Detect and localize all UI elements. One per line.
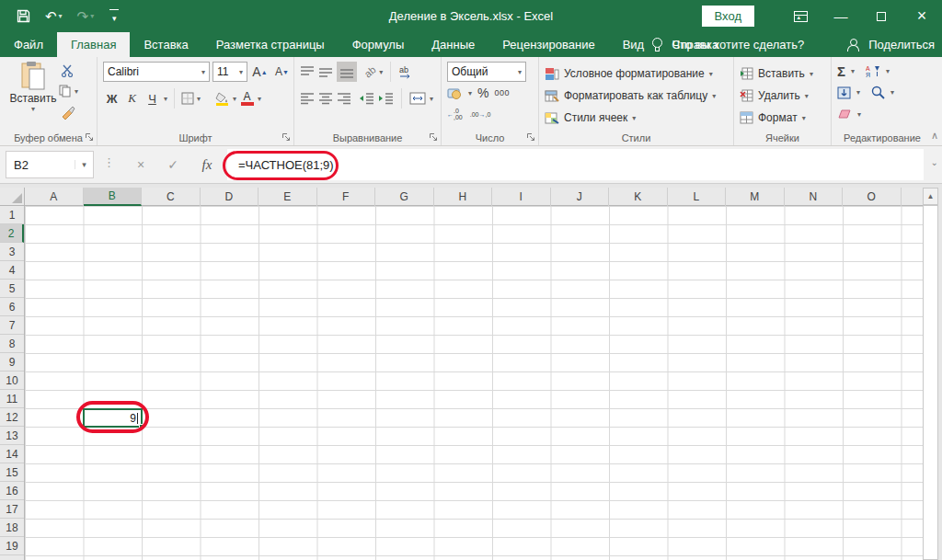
tab-file[interactable]: Файл — [0, 32, 57, 57]
row-header-2[interactable]: 2 — [0, 224, 24, 243]
tab-data[interactable]: Данные — [418, 32, 488, 57]
row-header-1[interactable]: 1 — [0, 206, 24, 224]
align-bottom-button[interactable] — [337, 62, 357, 82]
column-header-K[interactable]: K — [609, 188, 668, 206]
row-header-10[interactable]: 10 — [0, 371, 24, 390]
insert-cells-button[interactable]: Вставить▾ — [740, 63, 813, 84]
cell-styles-button[interactable]: Стили ячеек▾ — [545, 108, 636, 128]
column-header-A[interactable]: A — [25, 188, 84, 206]
wrap-text-button[interactable]: ab — [398, 65, 415, 79]
underline-button[interactable]: Ч — [144, 89, 161, 109]
find-select-dropdown[interactable]: ▾ — [890, 88, 894, 97]
fill-dropdown[interactable]: ▾ — [856, 88, 860, 97]
accounting-format-button[interactable] — [447, 86, 463, 100]
row-header-11[interactable]: 11 — [0, 390, 24, 408]
save-icon[interactable] — [17, 9, 30, 23]
number-format-combo[interactable]: Общий▾ — [447, 62, 526, 82]
fill-color-button[interactable] — [215, 91, 230, 106]
fill-color-dropdown[interactable]: ▾ — [233, 95, 236, 103]
maximize-button[interactable] — [861, 0, 902, 32]
align-right-button[interactable] — [337, 92, 351, 105]
find-select-button[interactable] — [871, 86, 885, 99]
cut-button[interactable] — [61, 64, 75, 77]
row-header-3[interactable]: 3 — [0, 243, 24, 261]
column-header-M[interactable]: M — [726, 188, 785, 206]
align-left-button[interactable] — [300, 92, 315, 105]
tab-page-layout[interactable]: Разметка страницы — [202, 32, 339, 57]
tab-home[interactable]: Главная — [57, 32, 130, 57]
cell-area[interactable] — [25, 206, 923, 560]
customize-qat-icon[interactable]: ▾ — [109, 8, 120, 24]
italic-button[interactable]: К — [123, 89, 141, 109]
underline-dropdown[interactable]: ▾ — [164, 95, 167, 103]
row-header-16[interactable]: 16 — [0, 482, 24, 500]
percent-style-button[interactable]: % — [477, 86, 488, 100]
decrease-indent-button[interactable] — [359, 92, 374, 105]
name-box[interactable]: B2 ▾ — [6, 151, 94, 178]
borders-button[interactable] — [181, 92, 194, 105]
sort-filter-dropdown[interactable]: ▾ — [886, 67, 890, 75]
format-cells-button[interactable]: Формат▾ — [740, 108, 806, 128]
minimize-button[interactable]: — — [821, 0, 861, 32]
row-header-15[interactable]: 15 — [0, 463, 24, 482]
insert-function-button[interactable]: fx — [195, 154, 219, 176]
collapse-ribbon-icon[interactable]: ∧ — [931, 130, 938, 142]
align-top-button[interactable] — [300, 65, 315, 78]
align-center-button[interactable] — [318, 92, 333, 105]
column-header-L[interactable]: L — [668, 188, 727, 206]
fill-button[interactable] — [837, 86, 851, 99]
row-header-18[interactable]: 18 — [0, 519, 24, 537]
scrollbar-thumb[interactable] — [923, 205, 938, 560]
enter-icon[interactable]: ✓ — [161, 154, 185, 176]
vertical-scrollbar[interactable]: ▲ — [923, 188, 938, 560]
column-header-J[interactable]: J — [551, 188, 610, 206]
row-header-14[interactable]: 14 — [0, 445, 24, 463]
expand-formula-bar-icon[interactable]: ⌄ — [931, 157, 938, 167]
paste-button[interactable]: Вставить ▾ — [9, 61, 57, 113]
format-as-table-button[interactable]: Форматировать как таблицу▾ — [545, 86, 716, 106]
row-header-9[interactable]: 9 — [0, 353, 24, 371]
column-header-G[interactable]: G — [375, 188, 434, 206]
close-button[interactable]: × — [902, 0, 942, 32]
tab-review[interactable]: Рецензирование — [488, 32, 608, 57]
number-dialog-launcher-icon[interactable] — [526, 132, 536, 143]
cancel-icon[interactable]: × — [129, 154, 153, 176]
borders-dropdown[interactable]: ▾ — [197, 95, 201, 103]
redo-button[interactable]: ↷▾ — [77, 8, 95, 25]
row-header-12[interactable]: 12 — [0, 408, 24, 427]
font-name-combo[interactable]: Calibri▾ — [103, 62, 210, 82]
tab-insert[interactable]: Вставка — [130, 32, 201, 57]
row-header-6[interactable]: 6 — [0, 298, 24, 316]
row-header-13[interactable]: 13 — [0, 427, 24, 445]
row-header-7[interactable]: 7 — [0, 316, 24, 335]
select-all-corner[interactable] — [0, 188, 25, 206]
copy-button[interactable]: ▾ — [59, 85, 78, 97]
orientation-dropdown[interactable]: ▾ — [379, 68, 383, 76]
row-header-20[interactable]: 20 — [0, 555, 24, 560]
column-header-C[interactable]: C — [142, 188, 201, 206]
column-header-B[interactable]: B — [84, 188, 143, 206]
delete-cells-button[interactable]: Удалить▾ — [740, 86, 809, 106]
ribbon-display-options-icon[interactable] — [780, 0, 821, 32]
clear-button[interactable] — [837, 109, 852, 120]
alignment-dialog-launcher-icon[interactable] — [429, 132, 439, 143]
autosum-dropdown[interactable]: ▾ — [851, 67, 855, 75]
increase-indent-button[interactable] — [378, 92, 394, 105]
column-header-H[interactable]: H — [434, 188, 493, 206]
accounting-format-dropdown[interactable]: ▾ — [468, 89, 472, 97]
column-header-E[interactable]: E — [258, 188, 317, 206]
signin-button[interactable]: Вход — [702, 6, 754, 27]
font-color-button[interactable]: А — [239, 92, 255, 106]
scroll-up-icon[interactable]: ▲ — [923, 188, 938, 205]
column-header-N[interactable]: N — [785, 188, 844, 206]
row-header-4[interactable]: 4 — [0, 261, 24, 280]
align-middle-button[interactable] — [318, 65, 333, 78]
increase-font-size-button[interactable]: А▲ — [250, 63, 270, 82]
merge-center-button[interactable] — [409, 92, 426, 105]
clipboard-dialog-launcher-icon[interactable] — [85, 132, 95, 143]
decrease-decimal-button[interactable]: .00→,0 — [470, 111, 491, 118]
increase-decimal-button[interactable]: ←.0,00 — [447, 108, 463, 120]
font-dialog-launcher-icon[interactable] — [281, 132, 292, 143]
column-header-partial[interactable] — [902, 188, 924, 206]
clear-dropdown[interactable]: ▾ — [857, 110, 861, 119]
